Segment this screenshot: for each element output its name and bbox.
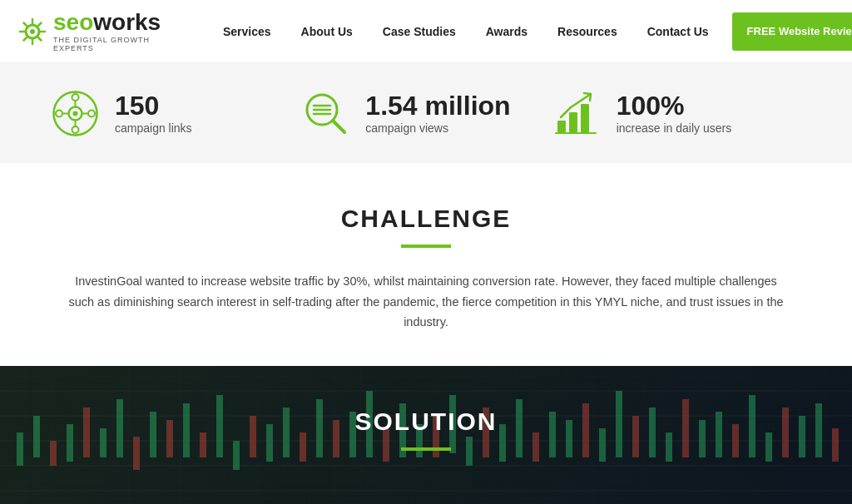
stat-label-users: increase in daily users [617, 121, 732, 135]
svg-line-6 [24, 22, 27, 26]
svg-rect-35 [17, 432, 23, 466]
challenge-section: CHALLENGE InvestinGoal wanted to increas… [0, 163, 852, 366]
stat-number-links: 150 [115, 91, 192, 121]
nav-case-studies[interactable]: Case Studies [368, 0, 471, 63]
logo-tagline: THE DIGITAL GROWTH EXPERTS [53, 36, 183, 52]
nav-contact[interactable]: Contact Us [632, 0, 724, 63]
solution-section: SOLUTION [0, 366, 852, 504]
stat-number-users: 100% [617, 91, 732, 121]
svg-rect-26 [557, 121, 566, 132]
solution-content: SOLUTION [67, 408, 785, 451]
logo-text: seoworks [53, 11, 183, 34]
chart-icon [552, 88, 602, 138]
svg-point-1 [30, 29, 35, 34]
challenge-title: CHALLENGE [67, 205, 785, 233]
svg-rect-84 [832, 428, 839, 462]
challenge-text: InvestinGoal wanted to increase website … [68, 271, 784, 333]
stats-bar: 150 campaign links 1.54 million campaign… [0, 63, 852, 163]
svg-rect-27 [569, 112, 577, 132]
solution-divider [401, 447, 451, 451]
nav-about[interactable]: About Us [286, 0, 368, 63]
challenge-divider [401, 245, 451, 248]
stat-number-views: 1.54 million [365, 91, 510, 121]
nav-services[interactable]: Services [208, 0, 286, 63]
main-nav: Services About Us Case Studies Awards Re… [208, 0, 852, 63]
svg-line-25 [333, 121, 344, 132]
svg-point-13 [72, 126, 78, 133]
svg-point-15 [88, 110, 95, 116]
solution-title: SOLUTION [67, 408, 785, 436]
svg-rect-82 [799, 416, 805, 457]
svg-line-8 [37, 22, 41, 26]
svg-rect-36 [33, 416, 40, 457]
svg-rect-28 [581, 104, 589, 132]
stat-daily-users: 100% increase in daily users [552, 88, 802, 138]
svg-rect-37 [50, 441, 57, 466]
cta-button[interactable]: FREE Website Review [732, 12, 852, 51]
svg-point-20 [72, 111, 77, 116]
search-icon [300, 88, 350, 138]
nav-resources[interactable]: Resources [542, 0, 632, 63]
logo[interactable]: seoworks THE DIGITAL GROWTH EXPERTS [17, 11, 183, 52]
svg-point-12 [72, 94, 78, 101]
svg-rect-83 [815, 403, 822, 457]
stat-label-views: campaign views [365, 121, 510, 135]
logo-icon [17, 16, 48, 47]
nav-awards[interactable]: Awards [471, 0, 542, 63]
stat-campaign-views: 1.54 million campaign views [300, 88, 551, 138]
stat-label-links: campaign links [115, 121, 192, 135]
stat-campaign-links: 150 campaign links [50, 88, 300, 138]
link-icon [50, 88, 100, 138]
svg-line-9 [24, 37, 27, 40]
site-header: seoworks THE DIGITAL GROWTH EXPERTS Serv… [0, 0, 852, 63]
svg-point-14 [56, 110, 62, 116]
svg-line-7 [37, 37, 41, 40]
